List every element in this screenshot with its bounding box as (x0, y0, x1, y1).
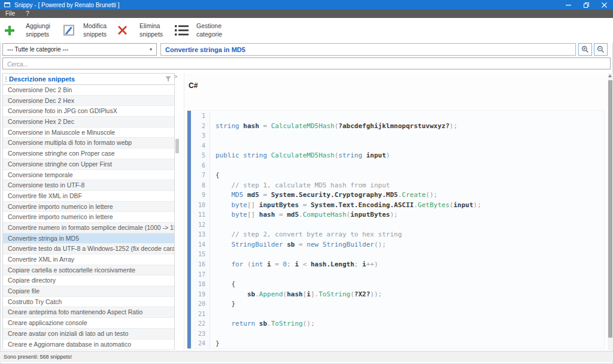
list-item[interactable]: Costrutto Try Catch (3, 297, 174, 308)
code-line: } (210, 339, 220, 349)
code-line: MD5 md5 = System.Security.Cryptography.M… (210, 190, 438, 201)
plus-icon (4, 25, 15, 36)
line-number: 3 (191, 131, 210, 141)
code-line: { (210, 280, 235, 290)
line-number: 6 (191, 161, 210, 171)
delete-snippet-label[interactable]: Elimina snippets (139, 22, 171, 38)
list-header-label: Descrizione snippets (9, 75, 75, 83)
edit-snippet-label[interactable]: Modifica snippets (83, 22, 114, 38)
x-icon (117, 25, 128, 36)
manage-categories-label[interactable]: Gestione categorie (196, 22, 232, 38)
list-item[interactable]: Creare applicazione console (3, 318, 174, 329)
list-item[interactable]: Convertire numero in formato semplice de… (3, 223, 174, 233)
manage-categories-button[interactable] (174, 24, 189, 37)
scrollbar-up-arrow-icon[interactable] (608, 74, 612, 77)
code-lines: 12string hash = CalculateMD5Hash(?abcdef… (191, 111, 604, 349)
code-line: byte[] inputBytes = System.Text.Encoding… (210, 201, 481, 211)
list-item[interactable]: Convertire importo numerico in lettere (3, 202, 174, 213)
list-item[interactable]: Copiare directory (3, 275, 174, 286)
line-number: 17 (191, 270, 210, 280)
close-button[interactable] (595, 0, 613, 10)
line-number: 14 (191, 240, 210, 250)
selected-snippet-title: Convertire stringa in MD5 (165, 46, 245, 53)
line-number: 18 (191, 280, 210, 290)
line-number: 4 (191, 141, 210, 151)
line-number: 16 (191, 260, 210, 270)
list-item[interactable]: Conversione in Maiuscole e Minuscole (3, 128, 174, 138)
add-snippet-label[interactable]: Aggiungi snippets (26, 22, 57, 38)
add-snippet-button[interactable] (4, 25, 15, 36)
list-item[interactable]: Convertire stringa in MD5 (3, 233, 174, 244)
snippet-list-panel: Descrizione snippets Conversione Dec 2 B… (2, 73, 175, 350)
menu-help[interactable]: ? (20, 10, 35, 18)
code-line (210, 250, 216, 260)
edit-snippet-button[interactable] (62, 23, 76, 37)
list-item[interactable]: Conversione foto in JPG con GDIPlusX (3, 106, 174, 117)
code-scrollbar[interactable] (608, 73, 613, 350)
list-item[interactable]: Copiare file (3, 286, 174, 297)
code-line: // step 2, convert byte array to hex str… (210, 230, 402, 240)
minimize-button[interactable] (559, 0, 577, 10)
selected-snippet-title-box: Convertire stringa in MD5 (160, 43, 576, 56)
code-line: return sb.ToString(); (210, 319, 315, 329)
list-item[interactable]: Convertire importo numerico in lettere (3, 212, 174, 223)
line-number: 7 (191, 171, 210, 181)
zoom-out-button[interactable] (594, 43, 608, 56)
delete-snippet-button[interactable] (117, 25, 128, 36)
menu-bar: File ? (0, 10, 613, 18)
zoom-in-button[interactable] (578, 43, 592, 56)
list-item[interactable]: Creare avatar con iniziali di lato ad un… (3, 329, 174, 339)
toolbar: Aggiungi snippets Modifica snippets Elim… (0, 18, 613, 43)
list-item[interactable]: Conversione multipla di foto in formato … (3, 138, 174, 148)
code-scrollbar-thumb[interactable] (608, 80, 612, 338)
code-block[interactable]: 12string hash = CalculateMD5Hash(?abcdef… (187, 110, 605, 349)
line-number: 15 (191, 250, 210, 260)
list-scrollbar[interactable] (175, 83, 179, 350)
zoom-out-icon (597, 46, 605, 53)
line-number: 11 (191, 210, 210, 220)
category-dropdown[interactable]: --- Tutte le categorie --- ▾ (2, 43, 157, 56)
list-item[interactable]: Creare e Aggiornare database in automati… (3, 339, 174, 350)
code-line: // step 1, calculate MD5 hash from input (210, 181, 390, 191)
snippet-list: Conversione Dec 2 BinConversione Dec 2 H… (3, 85, 174, 350)
list-scrollbar-thumb[interactable] (175, 139, 179, 153)
window-controls (559, 0, 613, 10)
status-text: Sono presenti: 568 snippets! (4, 354, 72, 360)
title-bar: Snippy - [ Powered by Renato Brunetti ] (0, 0, 613, 10)
list-item[interactable]: Creare anteprima foto mantenendo Aspect … (3, 307, 174, 318)
category-dropdown-value: --- Tutte le categorie --- (7, 46, 68, 53)
code-line: byte[] hash = md5.ComputeHash(inputBytes… (210, 210, 398, 220)
list-header[interactable]: Descrizione snippets (3, 74, 174, 85)
list-item[interactable]: Copiare cartella e sottocartelle ricorsi… (3, 265, 174, 276)
list-item[interactable]: Conversione Dec 2 Bin (3, 85, 174, 96)
code-line: { (210, 171, 220, 181)
filter-funnel-icon[interactable] (165, 76, 171, 82)
line-number: 23 (191, 329, 210, 339)
code-line (210, 111, 216, 122)
restore-button[interactable] (577, 0, 595, 10)
code-line: StringBuilder sb = new StringBuilder(); (210, 240, 386, 250)
code-line (210, 131, 216, 141)
code-line: for (int i = 0; i < hash.Length; i++) (210, 260, 378, 270)
status-bar: Sono presenti: 568 snippets! (0, 351, 613, 362)
list-item[interactable]: Conversione Dec 2 Hex (3, 96, 174, 107)
zoom-in-icon (581, 46, 589, 53)
search-input[interactable] (3, 59, 610, 70)
list-item[interactable]: Conversione temporale (3, 170, 174, 181)
list-item[interactable]: Convertire XML in Array (3, 254, 174, 265)
chevron-down-icon: ▾ (150, 47, 152, 52)
line-number: 1 (191, 111, 210, 122)
code-line: } (210, 299, 235, 310)
list-item[interactable]: Conversione stringhe con Proper case (3, 148, 174, 159)
list-item[interactable]: Conversione Hex 2 Dec (3, 117, 174, 128)
list-item[interactable]: Conversione testo in UTF-8 (3, 180, 174, 191)
line-number: 5 (191, 151, 210, 161)
list-item[interactable]: Convertire testo da UTF-8 a Windows-1252… (3, 244, 174, 254)
line-number: 20 (191, 299, 210, 310)
code-line (210, 220, 216, 230)
splitter-collapse-chevron-icon[interactable]: > (174, 74, 177, 80)
list-item[interactable]: Conversione stringhe con Upper First (3, 159, 174, 170)
list-item[interactable]: Convertire file XML in DBF (3, 191, 174, 202)
menu-file[interactable]: File (0, 10, 20, 18)
drag-handle-icon (5, 77, 7, 82)
